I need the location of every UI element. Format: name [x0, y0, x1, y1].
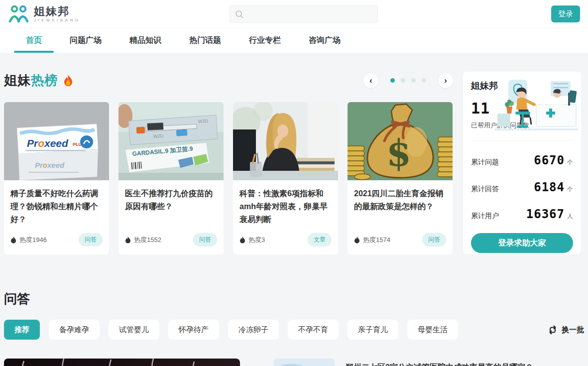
hot-carousel-controls: ‹ ›	[363, 73, 453, 88]
carousel-next-button[interactable]: ›	[438, 73, 453, 88]
heat-flame-icon	[10, 237, 16, 244]
stat-row-users: 累计用户 16367 人	[471, 207, 573, 221]
tab-parenting[interactable]: 亲子育儿	[348, 320, 398, 340]
stat-unit: 个	[567, 158, 573, 167]
qa-filter-tabs: 推荐 备孕难孕 试管婴儿 怀孕待产 冷冻卵子 不孕不育 亲子育儿 母婴生活 换一…	[4, 320, 584, 340]
qa-featured-card[interactable]	[4, 359, 240, 366]
stat-label: 累计回答	[471, 185, 499, 194]
sperm-cells-image	[4, 359, 240, 366]
svg-text:W2D: W2D	[198, 119, 209, 124]
carousel-prev-button[interactable]: ‹	[363, 73, 378, 88]
svg-text:$: $	[386, 132, 411, 174]
heat-count: 热度3	[248, 236, 265, 244]
hot-card-title: 精子质量不好吃什么药调理？勃锐精和生精片哪个好？	[10, 187, 103, 227]
hospital-thumb-image	[274, 359, 335, 366]
type-badge: 问答	[79, 233, 103, 246]
nav-item-industry[interactable]: 行业专栏	[235, 28, 295, 53]
qa-list: 郑州二七区2家公立试管医院中成功率最高的是哪家？	[274, 359, 584, 366]
qa-section: 问答 推荐 备孕难孕 试管婴儿 怀孕待产 冷冻卵子 不孕不育 亲子育儿 母婴生活…	[4, 290, 584, 366]
gardasil-vaccine-image: W2D W2D GARDASIL.9 加卫苗.9	[118, 102, 224, 180]
hot-card-title: 科普：性激素6项指标和amh年龄对照表，卵巢早衰易判断	[239, 187, 332, 227]
brand-logo[interactable]: 姐妹邦 JIEMEIBANG	[8, 4, 80, 23]
stat-value: 16367	[526, 207, 565, 221]
hot-card[interactable]: W2D W2D GARDASIL.9 加卫苗.9	[118, 102, 224, 254]
nav-item-consult-plaza[interactable]: 咨询广场	[295, 28, 354, 53]
hot-list-title: 姐妹热榜	[4, 72, 74, 89]
qa-list-item[interactable]: 郑州二七区2家公立试管医院中成功率最高的是哪家？	[274, 359, 584, 366]
carousel-dot-1[interactable]	[390, 78, 395, 83]
hot-card-list: Proxeed PLUS Proxeed 精子质量不好吃什么药调理？勃锐精和生精…	[4, 102, 453, 254]
refresh-batch-button[interactable]: 换一批	[548, 325, 584, 335]
money-bag-image: $	[348, 102, 453, 180]
svg-text:W2D: W2D	[153, 133, 164, 139]
tab-pregnancy[interactable]: 怀孕待产	[168, 320, 219, 340]
refresh-label: 换一批	[562, 325, 584, 335]
hot-card-title: 医生不推荐打九价疫苗的原因有哪些？	[125, 187, 217, 227]
tab-egg-freezing[interactable]: 冷冻卵子	[228, 320, 279, 340]
nav-item-question-plaza[interactable]: 问题广场	[56, 28, 116, 53]
search-input[interactable]	[247, 10, 372, 18]
qa-item-title: 郑州二七区2家公立试管医院中成功率最高的是哪家？	[346, 359, 533, 366]
stat-row-questions: 累计问题 6670 个	[471, 153, 573, 167]
svg-text:Proxeed: Proxeed	[27, 137, 69, 149]
nav-item-hot-topics[interactable]: 热门话题	[175, 28, 235, 53]
jiemeibang-logo-icon	[8, 4, 30, 23]
type-badge: 问答	[422, 233, 446, 246]
tab-mother-baby-life[interactable]: 母婴生活	[407, 320, 458, 340]
hot-list-header: 姐妹热榜 ‹ ›	[4, 72, 453, 89]
svg-text:Proxeed: Proxeed	[35, 161, 65, 169]
header: 姐妹邦 JIEMEIBANG 登录	[0, 0, 588, 28]
search-icon	[235, 10, 243, 18]
heat-flame-icon	[354, 237, 360, 244]
heat-flame-icon	[125, 237, 131, 244]
login-button[interactable]: 登录	[551, 5, 580, 22]
hot-card[interactable]: Proxeed PLUS Proxeed 精子质量不好吃什么药调理？勃锐精和生精…	[4, 102, 109, 254]
main-nav: 首页 问题广场 精品知识 热门话题 行业专栏 咨询广场	[0, 28, 588, 53]
stat-unit: 人	[567, 212, 573, 221]
qa-section-title: 问答	[4, 290, 584, 308]
carousel-dot-3[interactable]	[411, 78, 416, 83]
stat-row-answers: 累计回答 6184 个	[471, 180, 573, 194]
type-badge: 问答	[193, 233, 217, 246]
heat-count: 热度1946	[19, 236, 47, 244]
tab-infertility[interactable]: 不孕不育	[288, 320, 339, 340]
carousel-dot-4[interactable]	[422, 78, 426, 83]
brand-name: 姐妹邦	[34, 6, 80, 17]
stat-label: 累计问题	[471, 158, 499, 167]
stat-value: 6670	[534, 153, 565, 167]
search-bar[interactable]	[230, 5, 378, 23]
heat-flame-icon	[239, 237, 245, 244]
proxeed-medicine-box-image: Proxeed PLUS Proxeed	[4, 102, 109, 180]
heat-count: 热度1574	[363, 236, 390, 244]
type-badge: 文章	[308, 233, 332, 246]
stat-value: 6184	[534, 180, 565, 194]
refresh-icon	[548, 325, 558, 335]
stats-panel: 姐妹邦	[463, 72, 581, 254]
tab-preparing-pregnancy[interactable]: 备孕难孕	[49, 320, 100, 340]
stat-unit: 个	[567, 185, 573, 194]
tab-recommended[interactable]: 推荐	[4, 320, 40, 340]
woman-at-desk-image	[233, 102, 338, 180]
brand-latin: JIEMEIBANG	[34, 18, 80, 22]
hot-card-title: 2021四川二胎生育金报销的最新政策是怎样的？	[354, 187, 446, 227]
carousel-dot-2[interactable]	[401, 78, 405, 83]
qa-content: 郑州二七区2家公立试管医院中成功率最高的是哪家？	[4, 359, 584, 366]
nav-item-knowledge[interactable]: 精品知识	[116, 28, 175, 53]
consultation-illustration	[494, 79, 578, 131]
stat-label: 累计用户	[471, 212, 499, 221]
nav-item-home[interactable]: 首页	[12, 28, 56, 53]
hot-card[interactable]: 科普：性激素6项指标和amh年龄对照表，卵巢早衰易判断 热度3 文章	[233, 102, 338, 254]
login-help-button[interactable]: 登录求助大家	[471, 233, 573, 253]
tab-ivf[interactable]: 试管婴儿	[109, 320, 159, 340]
hot-card[interactable]: $ 2021四川二胎生育金报销的最新政策是怎样的？ 热度1574 问答	[348, 102, 453, 254]
fire-icon	[63, 74, 74, 87]
heat-count: 热度1552	[134, 236, 161, 244]
